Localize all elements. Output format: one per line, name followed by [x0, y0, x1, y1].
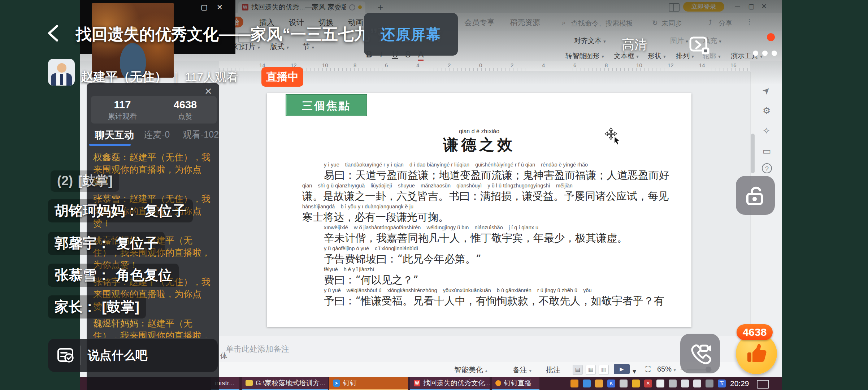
dingtalk-live-window: W 找回遗失的优秀...—家风 家委版 ＋ 立即登录 ─ ▢ ✕ 开始 插入 设… [0, 0, 868, 390]
slide-focus-badge: 三個焦點 [286, 94, 367, 116]
reading-view-button[interactable]: ▥ [599, 365, 609, 375]
live-dot-icon [495, 380, 501, 386]
danmaku-message: 胡铭珂妈妈：复位子 [48, 199, 193, 222]
tray-usb-icon[interactable] [595, 380, 603, 387]
folder-icon [246, 380, 253, 386]
slide-title: 谦德之效 [267, 135, 691, 155]
taskbar-item-dingtalk[interactable]: ➤钉钉 [329, 377, 408, 390]
comments-button[interactable]: 批注 [546, 365, 560, 375]
notes-button[interactable]: 备注 ▾ [513, 365, 531, 375]
slide-text-line: y ǔ gàofèijǐnp ō yuē c ǐ xiōngjīnniánbìd… [302, 246, 686, 265]
tray-volume-icon[interactable] [693, 380, 701, 387]
action-center-icon[interactable] [757, 380, 769, 389]
font-panel-sliver: 体 [220, 351, 227, 361]
smart-beautify-button[interactable]: 智能美化 ▴ [454, 365, 487, 375]
tray-battery-icon[interactable] [669, 380, 677, 387]
comment-list-icon [56, 346, 75, 365]
restore-screen-button[interactable]: 还原屏幕 [364, 13, 458, 56]
screen-unlock-button[interactable] [736, 176, 775, 215]
tray-window-icon[interactable] [632, 380, 640, 387]
fit-slide-icon[interactable]: ⛶ [646, 365, 651, 373]
slide-text-line: xīnwèijìxié w ǒ jiāshàntóngpáofánshírén … [302, 225, 686, 244]
comment-placeholder: 说点什么吧 [88, 347, 147, 364]
display-icon[interactable]: ▭ [763, 146, 771, 156]
tray-mic-icon[interactable] [656, 380, 664, 387]
scrollbar-thumb[interactable] [751, 134, 755, 173]
tray-k-app-icon[interactable]: K [607, 380, 615, 387]
hd-quality-button[interactable]: 高清 [622, 36, 647, 53]
danmaku-message: 郭馨宇：复位子 [48, 232, 165, 255]
more-menu-button[interactable] [753, 51, 777, 56]
viewer-count: 117人观看 [185, 70, 238, 83]
slide-text-line: qiān shì g ù qiānzhīyīguà liùyáojiējí sh… [302, 183, 686, 203]
notes-placeholder[interactable]: 单击此处添加备注 [226, 344, 289, 355]
taskbar-item-dinglive[interactable]: 钉钉直播 [492, 377, 539, 390]
dingtalk-icon: ➤ [333, 380, 340, 387]
tray-drive-icon[interactable] [620, 380, 628, 387]
tray-eject-icon[interactable] [706, 380, 713, 387]
stats-card: 117 累计观看 4638 点赞 [91, 96, 217, 124]
slide-body-text: y ì yuē tiāndàokuīyíngé r y ì qiān d ì d… [302, 162, 686, 308]
live-status-badge: 直播中 [261, 67, 303, 87]
input-divider [80, 346, 81, 365]
video-close-icon[interactable]: ✕ [217, 3, 223, 12]
danmaku-message: 家长：[鼓掌] [48, 295, 146, 318]
live-title: 找回遗失的优秀文化——家风“一三五七九”落地解读 [76, 24, 531, 45]
streamer-avatar[interactable] [48, 59, 75, 86]
taskbar-item-folder[interactable]: G:\家校落地式培训方... [242, 377, 328, 390]
sorter-view-button[interactable]: ▦ [586, 365, 596, 375]
video-call-button[interactable] [680, 334, 720, 373]
cast-screen-icon[interactable] [689, 35, 711, 56]
play-options-caret[interactable]: ▾ [633, 367, 636, 376]
slide-title-pinyin: qiān d é zhīxiào [267, 128, 691, 135]
zoom-level[interactable]: 65% ▾ [657, 365, 676, 373]
slide-text-line: hánshìjiāngdá b ì yǒu y ī duànqiānguāngk… [302, 204, 686, 224]
tray-shield-icon[interactable] [570, 380, 578, 387]
panel-close-icon[interactable]: ✕ [204, 86, 212, 97]
notification-dot [767, 33, 775, 41]
mouse-move-cursor [604, 127, 622, 147]
beautify-wand-icon[interactable]: ✧ [763, 126, 770, 136]
slide-text-line: y ǔ yuē wéiqiānshòuf ú xiōngkànshírénzhō… [302, 287, 686, 307]
likes-stat: 4638 点赞 [154, 96, 217, 124]
tray-error-icon[interactable]: ✕ [644, 380, 652, 387]
tab-chat[interactable]: 聊天互动 [95, 129, 134, 142]
comment-input[interactable]: 说点什么吧 [48, 339, 218, 372]
like-count-badge: 4638 [737, 324, 773, 340]
settings-icon[interactable]: ⚙ [763, 105, 771, 116]
normal-view-button[interactable]: ▤ [573, 365, 583, 375]
tray-input-method-icon[interactable]: 五 [718, 380, 726, 387]
tray-dingtalk-icon[interactable] [583, 380, 591, 387]
video-maximize-icon[interactable]: ▢ [201, 3, 208, 12]
notes-bar[interactable] [219, 336, 750, 362]
taskbar-clock[interactable]: 20:29 [730, 377, 749, 390]
slide-title-block: qiān d é zhīxiào 谦德之效 [267, 128, 691, 155]
chat-message: 魏煜轩妈妈：赵建平（无住），我来围观你的直播啦，为你点赞！ [93, 317, 214, 338]
thumbs-up-icon [745, 342, 768, 365]
danmaku-message: 张慕雪：角色复位 [48, 264, 179, 287]
tab-watching[interactable]: 观看-102 [183, 129, 219, 140]
slide-text-line: fèiyuē h é y ǐ jiànzhī费曰：“何以见之？” [302, 266, 686, 286]
vertical-scrollbar[interactable] [750, 72, 755, 361]
taskbar-item-wps[interactable]: W找回遗失的优秀文化... [410, 377, 490, 390]
wps-icon: W [414, 380, 420, 386]
views-stat: 117 累计观看 [91, 96, 154, 124]
tab-connect[interactable]: 连麦-0 [144, 129, 170, 140]
unlock-icon [745, 185, 766, 206]
video-phone-icon [688, 343, 712, 364]
danmaku-message: (2)[鼓掌] [51, 170, 119, 192]
slide-text-line: y ì yuē tiāndàokuīyíngé r y ì qiān d ì d… [302, 162, 686, 182]
tray-network-icon[interactable] [681, 380, 689, 387]
help-icon[interactable]: ? [762, 163, 772, 173]
active-tab-underline [89, 144, 131, 146]
viewers-separator: ｜ [170, 70, 181, 83]
back-button[interactable] [46, 24, 60, 43]
slideshow-play-button[interactable]: ▶ [614, 364, 630, 374]
